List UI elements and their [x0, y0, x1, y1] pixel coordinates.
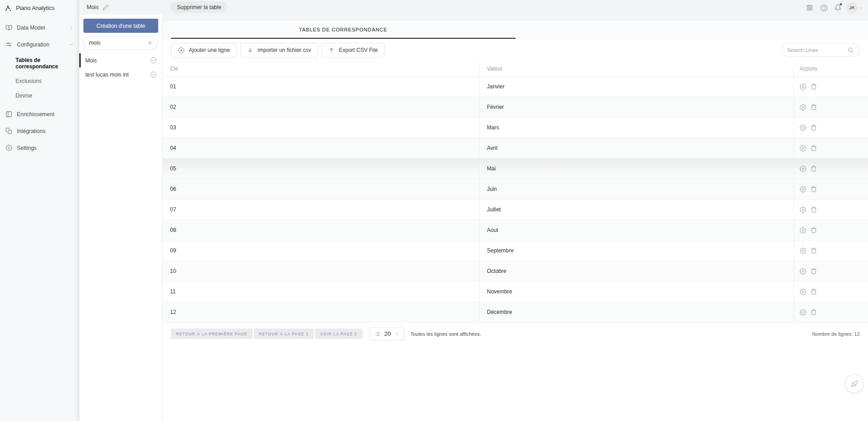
- sidebar-item-exclusions[interactable]: Exclusions: [16, 74, 79, 88]
- row-delete-trash-icon[interactable]: [811, 104, 817, 110]
- search-lines-field[interactable]: [781, 43, 860, 57]
- sidebar-item-devise[interactable]: Devise: [16, 88, 79, 103]
- row-delete-trash-icon[interactable]: [811, 83, 817, 90]
- sidebar-item-configuration[interactable]: Configuration: [0, 36, 79, 53]
- search-lines-input[interactable]: [787, 47, 845, 53]
- table-row[interactable]: 09 Septembre: [163, 241, 868, 261]
- list-item-mois[interactable]: Mois: [79, 53, 162, 67]
- avatar: JR: [846, 2, 858, 14]
- page-1-button[interactable]: RETOUR À LA PAGE 1: [254, 329, 314, 339]
- notification-dot: [839, 3, 842, 6]
- table-row[interactable]: 04 Avril: [163, 138, 868, 159]
- row-settings-gear-icon[interactable]: [800, 268, 806, 275]
- row-settings-gear-icon[interactable]: [800, 83, 806, 90]
- row-delete-trash-icon[interactable]: [811, 165, 817, 172]
- table-row[interactable]: 07 Juillet: [163, 200, 868, 220]
- brand[interactable]: Piano Analytics: [0, 0, 79, 19]
- row-delete-trash-icon[interactable]: [811, 288, 817, 295]
- configuration-subnav: Tables de correspondance Exclusions Devi…: [0, 53, 79, 106]
- help-icon[interactable]: [818, 2, 830, 14]
- edit-table-name-icon[interactable]: [103, 5, 108, 10]
- add-line-button[interactable]: Ajouter une ligne: [171, 43, 237, 57]
- row-actions: [794, 159, 868, 179]
- row-delete-trash-icon[interactable]: [811, 268, 817, 274]
- row-settings-gear-icon[interactable]: [800, 145, 806, 152]
- row-delete-trash-icon[interactable]: [811, 206, 817, 213]
- table-row[interactable]: 02 Février: [163, 97, 868, 118]
- user-menu[interactable]: JR: [846, 2, 863, 14]
- first-page-button[interactable]: RETOUR À LA PREMIÈRE PAGE: [171, 329, 253, 339]
- row-value: Avril: [479, 138, 794, 158]
- search-icon[interactable]: [847, 47, 854, 53]
- page-size-dropdown[interactable]: 20: [369, 327, 404, 340]
- check-circle-icon[interactable]: [150, 57, 157, 64]
- row-settings-gear-icon[interactable]: [800, 104, 806, 111]
- arrow-down-icon: [247, 47, 253, 53]
- table-row[interactable]: 08 Aout: [163, 220, 868, 241]
- page-2-button[interactable]: VOIR LA PAGE 2: [315, 329, 362, 339]
- rocket-fab-button[interactable]: [846, 375, 863, 392]
- row-settings-gear-icon[interactable]: [800, 186, 806, 193]
- rocket-icon: [851, 380, 858, 388]
- table-search-input[interactable]: [89, 40, 145, 46]
- row-settings-gear-icon[interactable]: [800, 206, 806, 213]
- row-delete-trash-icon[interactable]: [811, 124, 817, 131]
- check-circle-icon[interactable]: [150, 71, 157, 78]
- row-settings-gear-icon[interactable]: [800, 165, 806, 172]
- row-actions: [794, 302, 868, 322]
- row-settings-gear-icon[interactable]: [800, 309, 806, 316]
- row-delete-trash-icon[interactable]: [811, 145, 817, 151]
- sidebar-item-tables-de-correspondance[interactable]: Tables de correspondance: [16, 53, 79, 74]
- row-actions: [794, 220, 868, 240]
- export-csv-button[interactable]: Export CSV File: [321, 43, 384, 57]
- row-key: 12: [163, 302, 479, 322]
- table-row[interactable]: 01 Janvier: [163, 77, 868, 97]
- table-row[interactable]: 10 Octobre: [163, 261, 868, 282]
- import-csv-button[interactable]: importer un fichier csv: [240, 43, 318, 57]
- sidebar-item-integrations[interactable]: Intégrations: [0, 123, 79, 139]
- row-key: 10: [163, 261, 479, 281]
- table-header-row: Clé Valeur Actions: [163, 61, 868, 77]
- clear-search-icon[interactable]: [147, 40, 153, 46]
- row-key: 05: [163, 159, 479, 179]
- sidebar-item-data-model[interactable]: Data Model: [0, 19, 79, 36]
- notifications-bell-icon[interactable]: [832, 2, 844, 14]
- row-settings-gear-icon[interactable]: [800, 124, 806, 131]
- table-body: 01 Janvier: [163, 77, 868, 323]
- row-actions: [794, 77, 868, 97]
- row-key: 03: [163, 118, 479, 138]
- row-actions: [794, 200, 868, 220]
- column-header-actions: Actions: [794, 61, 868, 76]
- chevron-right-icon: [69, 25, 74, 30]
- column-header-valeur: Valeur: [479, 61, 794, 76]
- row-delete-trash-icon[interactable]: [811, 247, 817, 254]
- column-header-cle: Clé: [163, 66, 479, 72]
- delete-table-button[interactable]: Supprimer la table: [170, 1, 227, 13]
- row-value: Janvier: [479, 77, 794, 97]
- sidebar-item-settings[interactable]: Settings: [0, 139, 79, 156]
- row-delete-trash-icon[interactable]: [811, 186, 817, 192]
- table-row[interactable]: 12 Décembre: [163, 302, 868, 323]
- table-row[interactable]: 03 Mars: [163, 118, 868, 138]
- row-key: 02: [163, 97, 479, 117]
- row-settings-gear-icon[interactable]: [800, 227, 806, 234]
- table-row[interactable]: 05 Mai: [163, 159, 868, 179]
- table-title-bar: Mois: [79, 0, 162, 15]
- row-settings-gear-icon[interactable]: [800, 288, 806, 295]
- chevron-down-icon: [394, 331, 399, 336]
- row-delete-trash-icon[interactable]: [811, 309, 817, 315]
- add-line-label: Ajouter une ligne: [189, 47, 230, 53]
- table-search-field[interactable]: [83, 36, 158, 50]
- list-item-test-lucas-mois-int[interactable]: test lucas mois int: [79, 67, 162, 82]
- tab-tables-de-correspondance[interactable]: TABLES DE CORRESPONDANCE: [171, 21, 516, 39]
- table-row[interactable]: 06 Juin: [163, 179, 868, 200]
- row-delete-trash-icon[interactable]: [811, 227, 817, 233]
- table-row[interactable]: 11 Novembre: [163, 282, 868, 302]
- sliders-icon: [5, 41, 12, 48]
- sidebar-item-enrichissement[interactable]: Enrichissement: [0, 106, 79, 123]
- create-table-button[interactable]: Création d'une table: [83, 19, 158, 33]
- row-key: 01: [163, 77, 479, 97]
- gear-icon: [5, 144, 12, 151]
- row-settings-gear-icon[interactable]: [800, 247, 806, 254]
- apps-grid-icon[interactable]: [804, 2, 816, 14]
